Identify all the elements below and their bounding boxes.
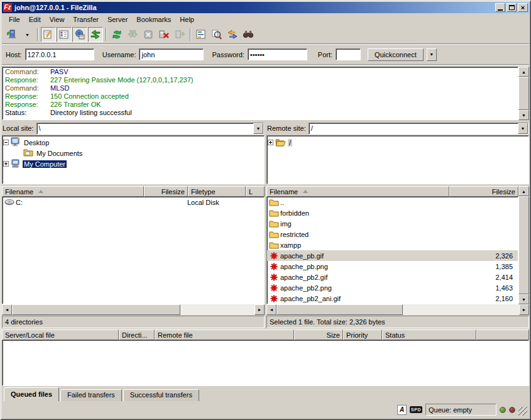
remote-file-row[interactable]: img	[267, 218, 518, 229]
expand-icon[interactable]	[268, 140, 273, 145]
column-filename[interactable]: Filename	[2, 186, 144, 197]
column-size[interactable]: Size	[294, 329, 343, 340]
local-list-body[interactable]: C: Local Disk	[2, 197, 265, 304]
column-filesize[interactable]: Filesize	[449, 186, 518, 197]
close-button[interactable]: ×	[518, 3, 528, 12]
column-priority[interactable]: Priority	[343, 329, 382, 340]
scroll-up-icon[interactable]: ▲	[518, 186, 529, 196]
chevron-down-icon[interactable]: ▼	[253, 123, 263, 134]
scrollbar-thumb[interactable]	[518, 77, 529, 110]
scrollbar-thumb[interactable]	[518, 196, 529, 294]
scroll-left-icon[interactable]: ◄	[266, 304, 276, 315]
port-input[interactable]	[336, 48, 361, 60]
remote-file-row[interactable]: apache_pb2.png1,463	[267, 282, 518, 293]
remote-file-row[interactable]: restricted	[267, 229, 518, 240]
process-queue-button[interactable]	[125, 27, 140, 42]
column-status[interactable]: Status	[382, 329, 476, 340]
column-filetype[interactable]: Filetype	[188, 186, 246, 197]
refresh-button[interactable]	[109, 27, 124, 42]
collapse-icon[interactable]	[3, 140, 9, 145]
expand-icon[interactable]	[3, 161, 9, 167]
column-direction[interactable]: Directi...	[119, 329, 155, 340]
column-server-local-file[interactable]: Server/Local file	[2, 329, 119, 340]
transfer-queue: Server/Local file Directi... Remote file…	[2, 329, 529, 386]
menu-edit[interactable]: Edit	[25, 14, 45, 25]
remote-list-body[interactable]: .. forbidden img restricted xampp apache…	[266, 197, 518, 304]
queue-body[interactable]	[2, 340, 529, 386]
data-type-indicator-icon[interactable]: A	[397, 405, 407, 415]
find-files-button[interactable]	[241, 27, 256, 42]
scrollbar-thumb[interactable]	[276, 304, 403, 315]
maximize-button[interactable]	[506, 3, 517, 12]
username-input[interactable]	[139, 48, 204, 60]
filter-button[interactable]	[194, 27, 209, 42]
host-input[interactable]	[25, 48, 94, 60]
local-site-combo[interactable]: \ ▼	[36, 123, 264, 135]
quickconnect-button[interactable]: Quickconnect	[368, 48, 424, 61]
tab-queued-files[interactable]: Queued files	[4, 387, 59, 401]
menu-view[interactable]: View	[45, 14, 69, 25]
file-name: apache_pb2.gif	[280, 274, 452, 281]
scroll-left-icon[interactable]: ◄	[2, 304, 12, 315]
toggle-remote-tree-button[interactable]	[72, 27, 87, 42]
site-manager-button[interactable]	[4, 27, 19, 42]
column-filename[interactable]: Filename	[266, 186, 449, 197]
scroll-down-icon[interactable]: ▼	[518, 110, 529, 120]
password-input[interactable]	[248, 48, 307, 60]
column-filesize[interactable]: Filesize	[144, 186, 188, 197]
tree-item-root[interactable]: /	[268, 137, 528, 148]
cancel-operation-button[interactable]	[141, 27, 156, 42]
remote-site-value[interactable]: /	[309, 123, 518, 134]
remote-hscrollbar[interactable]: ◄ ►	[266, 304, 529, 315]
scroll-right-icon[interactable]: ►	[519, 304, 529, 315]
remote-file-row[interactable]: ..	[267, 197, 518, 207]
scroll-right-icon[interactable]: ►	[255, 304, 265, 315]
speed-limit-indicator-icon[interactable]: SPD	[410, 406, 422, 413]
cancel-icon	[143, 29, 154, 40]
minimize-button[interactable]	[495, 3, 505, 12]
local-file-row[interactable]: C: Local Disk	[3, 197, 264, 207]
remote-file-row-selected[interactable]: apache_pb.gif2,326	[267, 250, 518, 261]
tree-item-my-computer[interactable]: My Computer	[3, 158, 263, 169]
remote-file-row[interactable]: apache_pb2.gif2,414	[267, 272, 518, 282]
chevron-down-icon[interactable]: ▼	[518, 123, 528, 134]
tab-failed-transfers[interactable]: Failed transfers	[60, 389, 122, 401]
local-hscrollbar[interactable]: ◄ ►	[2, 304, 265, 315]
synchronized-browsing-button[interactable]	[225, 27, 240, 42]
remote-file-row[interactable]: apache_pb2_ani.gif2,160	[267, 293, 518, 304]
local-site-value[interactable]: \	[37, 123, 253, 134]
site-manager-dropdown[interactable]: ▼	[19, 27, 35, 42]
tree-item-my-documents[interactable]: My Documents	[3, 148, 263, 158]
menu-server[interactable]: Server	[103, 14, 132, 25]
menu-bookmarks[interactable]: Bookmarks	[132, 14, 175, 25]
resize-grip[interactable]	[518, 407, 527, 416]
scroll-up-icon[interactable]: ▲	[518, 67, 529, 77]
disconnect-button[interactable]	[156, 27, 172, 42]
log-message: 150 Connection accepted	[50, 92, 129, 101]
toggle-local-tree-button[interactable]	[57, 27, 72, 42]
local-tree[interactable]: Desktop My Documents My Computer	[2, 135, 265, 184]
message-log-view[interactable]: Command:PASV Response:227 Entering Passi…	[2, 67, 518, 120]
column-last-modified[interactable]: L	[246, 186, 265, 197]
directory-comparison-button[interactable]	[209, 27, 224, 42]
tree-item-desktop[interactable]: Desktop	[3, 137, 263, 148]
menu-transfer[interactable]: Transfer	[68, 14, 103, 25]
quickconnect-dropdown[interactable]: ▼	[427, 48, 437, 61]
remote-vscrollbar[interactable]: ▲ ▼	[518, 186, 529, 304]
tab-successful-transfers[interactable]: Successful transfers	[123, 389, 199, 401]
log-vscrollbar[interactable]: ▲ ▼	[518, 67, 529, 120]
toggle-message-log-button[interactable]	[41, 27, 56, 42]
scroll-down-icon[interactable]: ▼	[518, 294, 529, 304]
column-remote-file[interactable]: Remote file	[155, 329, 294, 340]
menu-file[interactable]: File	[4, 14, 25, 25]
remote-site-combo[interactable]: / ▼	[309, 123, 528, 135]
menu-help[interactable]: Help	[175, 14, 199, 25]
remote-tree[interactable]: /	[266, 135, 529, 184]
scrollbar-thumb[interactable]	[12, 304, 180, 315]
remote-file-row[interactable]: forbidden	[267, 207, 518, 218]
toggle-queue-button[interactable]	[88, 27, 103, 42]
remote-site-row: Remote site: / ▼	[266, 121, 529, 135]
remote-file-row[interactable]: apache_pb.png1,385	[267, 261, 518, 272]
reconnect-button[interactable]	[172, 27, 187, 42]
remote-file-row[interactable]: xampp	[267, 240, 518, 250]
